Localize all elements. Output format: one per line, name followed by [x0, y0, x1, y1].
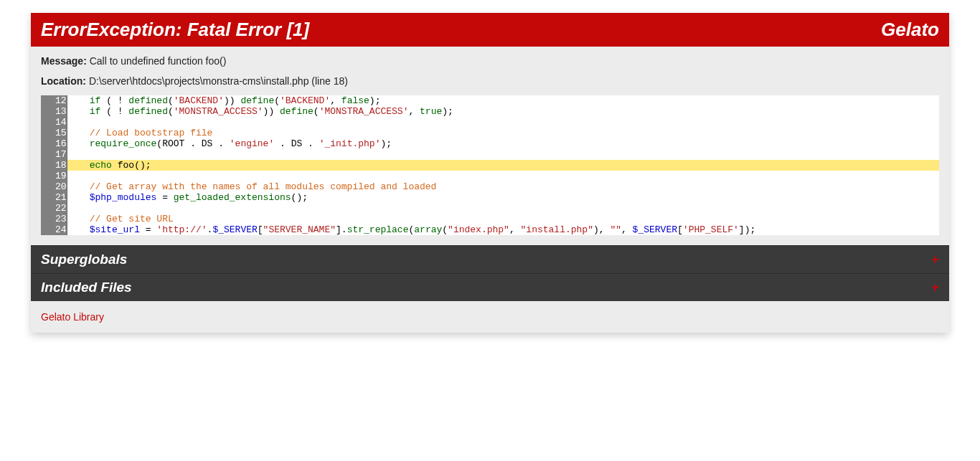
- footer-link[interactable]: Gelato Library: [41, 311, 104, 323]
- code-line: 21 $php_modules = get_loaded_extensions(…: [41, 192, 939, 203]
- code-line: 15 // Load bootstrap file: [41, 128, 939, 138]
- line-content: // Load bootstrap file: [67, 128, 939, 138]
- line-content: [67, 203, 939, 214]
- code-line: 22: [41, 203, 939, 214]
- error-code: [1]: [286, 19, 309, 40]
- code-line: 24 $site_url = 'http://'.$_SERVER["SERVE…: [41, 224, 939, 235]
- code-line: 18 echo foo();: [41, 160, 939, 171]
- line-content: [67, 149, 939, 160]
- location-row: Location: D:\server\htdocs\projects\mons…: [31, 67, 949, 87]
- line-number: 15: [41, 128, 67, 138]
- code-line: 12 if ( ! defined('BACKEND')) define('BA…: [41, 95, 939, 106]
- line-number: 16: [41, 138, 67, 149]
- code-line: 16 require_once(ROOT . DS . 'engine' . D…: [41, 138, 939, 149]
- error-title: ErrorException: Fatal Error [1]: [41, 19, 309, 41]
- code-line: 13 if ( ! defined('MONSTRA_ACCESS')) def…: [41, 106, 939, 117]
- line-number: 12: [41, 95, 67, 106]
- error-title-text: ErrorException: Fatal Error: [41, 19, 286, 40]
- line-content: echo foo();: [67, 160, 939, 171]
- line-number: 18: [41, 160, 67, 171]
- code-line: 14: [41, 117, 939, 128]
- line-content: if ( ! defined('BACKEND')) define('BACKE…: [67, 95, 939, 106]
- line-content: require_once(ROOT . DS . 'engine' . DS .…: [67, 138, 939, 149]
- code-line: 19: [41, 171, 939, 181]
- line-number: 17: [41, 149, 67, 160]
- line-number: 24: [41, 224, 67, 235]
- line-content: [67, 117, 939, 128]
- line-content: if ( ! defined('MONSTRA_ACCESS')) define…: [67, 106, 939, 117]
- section-title: Included Files: [41, 280, 132, 295]
- header-bar: ErrorException: Fatal Error [1] Gelato: [31, 13, 949, 47]
- line-content: $php_modules = get_loaded_extensions();: [67, 192, 939, 203]
- line-number: 22: [41, 203, 67, 214]
- line-number: 21: [41, 192, 67, 203]
- line-number: 13: [41, 106, 67, 117]
- message-label: Message:: [41, 55, 87, 67]
- location-label: Location:: [41, 75, 86, 87]
- line-content: // Get array with the names of all modul…: [67, 181, 939, 192]
- section-superglobals[interactable]: Superglobals+: [31, 245, 949, 273]
- line-number: 14: [41, 117, 67, 128]
- line-number: 20: [41, 181, 67, 192]
- code-line: 17: [41, 149, 939, 160]
- code-table: 12 if ( ! defined('BACKEND')) define('BA…: [41, 95, 939, 235]
- code-line: 23 // Get site URL: [41, 214, 939, 224]
- location-text: D:\server\htdocs\projects\monstra-cms\in…: [86, 75, 348, 87]
- message-text: Call to undefined function foo(): [87, 55, 227, 67]
- line-number: 23: [41, 214, 67, 224]
- section-included-files[interactable]: Included Files+: [31, 273, 949, 301]
- line-content: [67, 171, 939, 181]
- line-number: 19: [41, 171, 67, 181]
- expand-icon: +: [931, 252, 939, 267]
- line-content: // Get site URL: [67, 214, 939, 224]
- code-block: 12 if ( ! defined('BACKEND')) define('BA…: [31, 87, 949, 245]
- footer: Gelato Library: [31, 301, 949, 333]
- collapsible-sections: Superglobals+Included Files+: [31, 245, 949, 301]
- expand-icon: +: [931, 280, 939, 295]
- code-line: 20 // Get array with the names of all mo…: [41, 181, 939, 192]
- brand-name: Gelato: [881, 19, 939, 41]
- message-row: Message: Call to undefined function foo(…: [31, 47, 949, 67]
- section-title: Superglobals: [41, 252, 127, 267]
- error-page: ErrorException: Fatal Error [1] Gelato M…: [31, 13, 949, 333]
- line-content: $site_url = 'http://'.$_SERVER["SERVER_N…: [67, 224, 939, 235]
